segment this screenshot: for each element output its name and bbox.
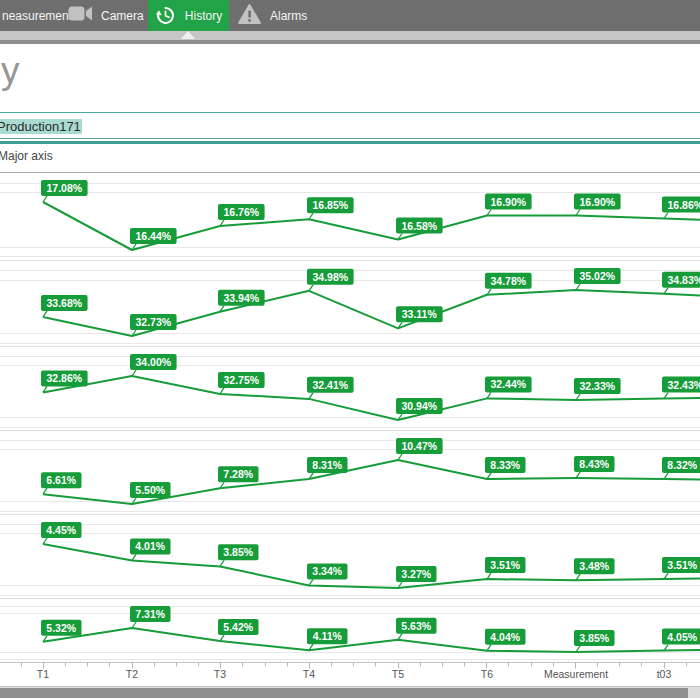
svg-text:33.11%: 33.11%: [402, 308, 438, 320]
tab-history-label: History: [185, 9, 222, 23]
svg-text:8.33%: 8.33%: [490, 459, 520, 471]
svg-text:6.61%: 6.61%: [46, 474, 76, 486]
svg-text:16.86%: 16.86%: [667, 199, 700, 211]
svg-text:35.02%: 35.02%: [579, 270, 615, 282]
page-title: y: [1, 50, 20, 92]
svg-text:32.43%: 32.43%: [667, 379, 700, 391]
svg-text:4.45%: 4.45%: [46, 524, 76, 536]
history-icon: [155, 5, 176, 26]
svg-text:3.51%: 3.51%: [667, 559, 697, 571]
toolbar-shadow-strip: [0, 40, 700, 44]
svg-text:33.94%: 33.94%: [223, 292, 259, 304]
svg-text:5.32%: 5.32%: [46, 622, 76, 634]
svg-text:t03: t03: [657, 668, 672, 680]
svg-text:3.85%: 3.85%: [223, 546, 253, 558]
svg-text:34.98%: 34.98%: [312, 271, 348, 283]
svg-text:3.34%: 3.34%: [312, 565, 342, 577]
svg-text:3.48%: 3.48%: [579, 560, 609, 572]
svg-text:8.43%: 8.43%: [579, 458, 609, 470]
svg-text:32.73%: 32.73%: [135, 316, 171, 328]
svg-text:32.75%: 32.75%: [223, 374, 259, 386]
horizontal-scrollbar-thumb[interactable]: [0, 688, 688, 698]
active-tab-notch-icon: [181, 31, 195, 39]
svg-text:T4: T4: [303, 668, 315, 680]
svg-text:16.90%: 16.90%: [579, 196, 615, 208]
svg-text:5.50%: 5.50%: [135, 484, 165, 496]
tab-measurement-label: neasurement: [2, 9, 72, 23]
tab-camera-label: Camera: [101, 9, 144, 23]
svg-text:17.08%: 17.08%: [46, 182, 82, 194]
svg-text:4.05%: 4.05%: [667, 631, 697, 643]
svg-text:T5: T5: [392, 668, 404, 680]
svg-text:32.44%: 32.44%: [490, 378, 526, 390]
svg-text:8.31%: 8.31%: [312, 459, 342, 471]
alarm-warning-icon: [238, 4, 261, 28]
svg-text:T2: T2: [126, 668, 138, 680]
tab-alarms-label: Alarms: [270, 9, 307, 23]
svg-text:34.78%: 34.78%: [490, 275, 526, 287]
major-axis-label: Major axis: [0, 149, 53, 163]
svg-text:8.32%: 8.32%: [667, 459, 697, 471]
svg-text:16.44%: 16.44%: [135, 230, 171, 242]
svg-text:16.76%: 16.76%: [223, 206, 259, 218]
svg-text:32.33%: 32.33%: [579, 380, 615, 392]
toolbar-lower-strip: [0, 31, 700, 40]
svg-text:4.04%: 4.04%: [490, 631, 520, 643]
tab-measurement[interactable]: neasurement: [2, 0, 72, 31]
svg-text:5.42%: 5.42%: [223, 621, 253, 633]
tab-camera[interactable]: Camera: [68, 0, 144, 31]
svg-text:16.90%: 16.90%: [490, 196, 526, 208]
tab-history[interactable]: History: [148, 0, 229, 31]
history-chart: T1T2T3T4T5T6Measurementt0317.08%16.44%16…: [0, 172, 700, 686]
input-underline-accent: [0, 141, 700, 144]
svg-text:T6: T6: [481, 668, 493, 680]
svg-text:7.28%: 7.28%: [223, 468, 253, 480]
svg-text:T3: T3: [214, 668, 226, 680]
svg-text:7.31%: 7.31%: [135, 608, 165, 620]
svg-text:3.51%: 3.51%: [490, 559, 520, 571]
input-underline: [0, 138, 700, 139]
svg-text:3.27%: 3.27%: [401, 568, 431, 580]
svg-text:10.47%: 10.47%: [401, 440, 437, 452]
svg-text:16.85%: 16.85%: [312, 199, 348, 211]
svg-text:4.01%: 4.01%: [135, 540, 165, 552]
svg-text:30.94%: 30.94%: [401, 400, 437, 412]
measurement-name-input[interactable]: Production171: [0, 112, 700, 139]
history-chart-canvas: T1T2T3T4T5T6Measurementt0317.08%16.44%16…: [0, 172, 700, 686]
svg-text:Measurement: Measurement: [544, 668, 608, 680]
svg-text:34.83%: 34.83%: [667, 274, 700, 286]
tab-alarms[interactable]: Alarms: [238, 0, 307, 31]
svg-text:34.00%: 34.00%: [135, 356, 171, 368]
svg-text:32.86%: 32.86%: [46, 372, 82, 384]
svg-text:5.63%: 5.63%: [401, 620, 431, 632]
measurement-name-value: Production171: [0, 119, 82, 134]
svg-text:16.58%: 16.58%: [401, 220, 437, 232]
svg-text:33.68%: 33.68%: [46, 297, 82, 309]
svg-text:32.41%: 32.41%: [312, 379, 348, 391]
horizontal-scrollbar-track[interactable]: [0, 686, 700, 698]
svg-text:T1: T1: [37, 668, 49, 680]
svg-text:3.85%: 3.85%: [579, 632, 609, 644]
svg-text:4.11%: 4.11%: [313, 630, 343, 642]
top-toolbar: neasurement Camera History: [0, 0, 700, 31]
camera-icon: [68, 5, 92, 26]
